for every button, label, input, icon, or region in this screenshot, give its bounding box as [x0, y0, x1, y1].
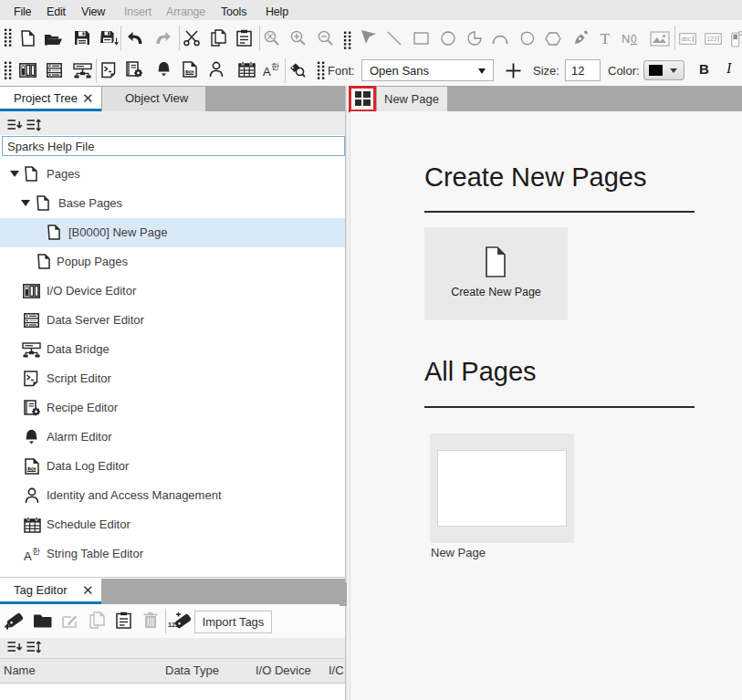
svg-text:한: 한	[32, 547, 40, 556]
svg-text:A: A	[263, 65, 271, 78]
svg-text:한: 한	[271, 62, 279, 71]
svg-text:LOG: LOG	[185, 70, 194, 75]
svg-text:123: 123	[707, 36, 717, 42]
svg-text:T: T	[601, 30, 611, 46]
svg-text:A: A	[24, 549, 32, 563]
svg-text:LOG: LOG	[27, 467, 37, 472]
svg-text:abc: abc	[682, 36, 692, 42]
svg-text:N: N	[622, 32, 630, 46]
svg-text:0: 0	[631, 33, 637, 46]
